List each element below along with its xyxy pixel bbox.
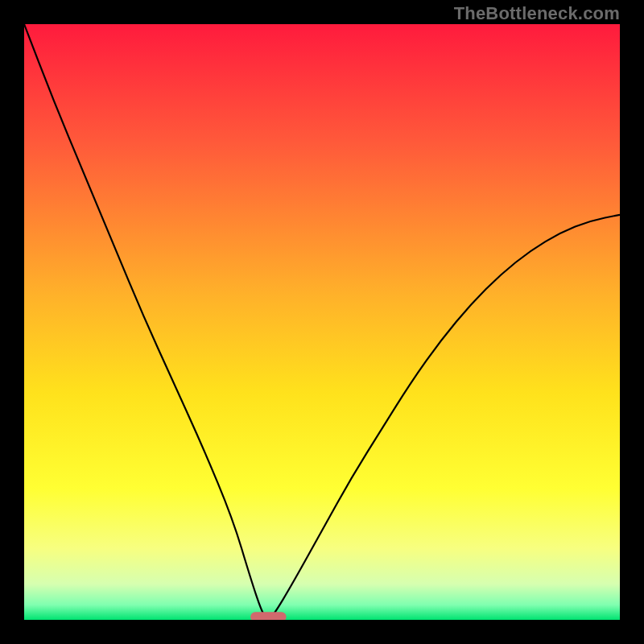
- chart-frame: TheBottleneck.com: [0, 0, 644, 644]
- bottleneck-chart: [24, 24, 620, 620]
- watermark-text: TheBottleneck.com: [454, 3, 620, 24]
- plot-area: [24, 24, 620, 620]
- optimal-marker: [250, 612, 286, 620]
